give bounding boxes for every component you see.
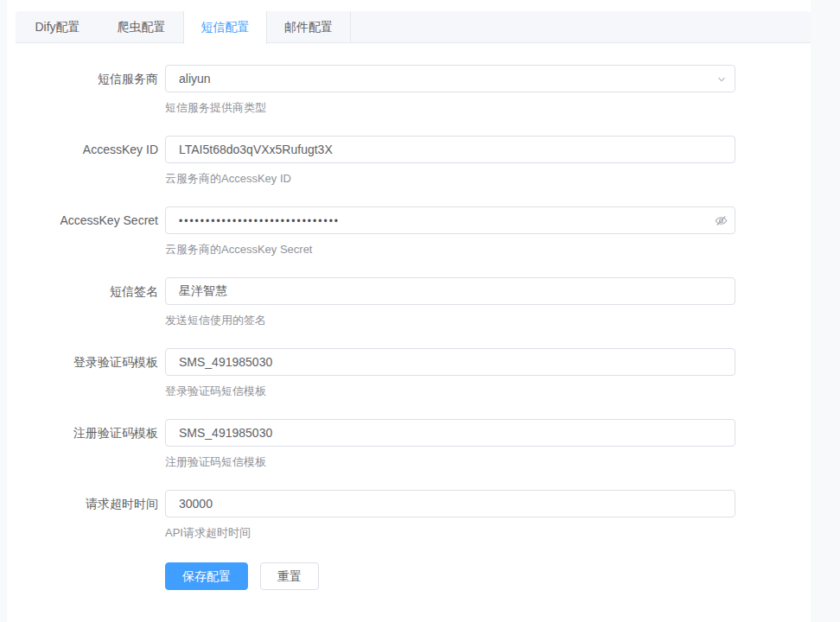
chevron-down-icon[interactable] (715, 73, 728, 86)
eye-off-icon[interactable] (715, 214, 728, 227)
sms-provider-field: 短信服务提供商类型 (165, 65, 735, 116)
sms-signature-field: 发送短信使用的签名 (165, 277, 735, 328)
login-code-template-field: 登录验证码短信模板 (165, 348, 735, 399)
tab-sms-config[interactable]: 短信配置 (183, 11, 267, 44)
form-item-register-code-template: 注册验证码模板 注册验证码短信模板 (7, 419, 811, 470)
form-item-sms-signature: 短信签名 发送短信使用的签名 (7, 277, 811, 328)
settings-panel: Dify配置 爬虫配置 短信配置 邮件配置 短信服务商 短信服务提供商类型 Ac… (7, 0, 811, 622)
reset-button[interactable]: 重置 (260, 562, 319, 590)
tab-mail-config[interactable]: 邮件配置 (267, 11, 351, 42)
accesskey-id-label: AccessKey ID (7, 136, 165, 187)
accesskey-secret-label: AccessKey Secret (7, 206, 165, 257)
request-timeout-hint: API请求超时时间 (165, 525, 735, 541)
accesskey-secret-field: 云服务商的AccessKey Secret (165, 206, 735, 257)
accesskey-id-field: 云服务商的AccessKey ID (165, 136, 735, 187)
sms-provider-hint: 短信服务提供商类型 (165, 100, 735, 116)
tab-crawler-config[interactable]: 爬虫配置 (99, 11, 183, 42)
accesskey-id-hint: 云服务商的AccessKey ID (165, 171, 735, 187)
form-item-sms-provider: 短信服务商 短信服务提供商类型 (7, 65, 811, 116)
form-item-login-code-template: 登录验证码模板 登录验证码短信模板 (7, 348, 811, 399)
accesskey-secret-hint: 云服务商的AccessKey Secret (165, 242, 735, 257)
sms-signature-input[interactable] (165, 277, 735, 305)
sms-signature-label: 短信签名 (7, 277, 165, 328)
register-code-template-label: 注册验证码模板 (7, 419, 165, 470)
accesskey-secret-input[interactable] (165, 206, 735, 234)
tab-dify-config[interactable]: Dify配置 (16, 11, 99, 42)
login-code-template-hint: 登录验证码短信模板 (165, 384, 735, 399)
login-code-template-input[interactable] (165, 348, 735, 376)
sms-config-form: 短信服务商 短信服务提供商类型 AccessKey ID 云服务商的Access… (7, 43, 811, 590)
request-timeout-field: API请求超时时间 (165, 490, 735, 541)
form-item-accesskey-id: AccessKey ID 云服务商的AccessKey ID (7, 136, 811, 187)
tabs-header: Dify配置 爬虫配置 短信配置 邮件配置 (7, 0, 811, 43)
register-code-template-field: 注册验证码短信模板 (165, 419, 735, 470)
accesskey-id-input[interactable] (165, 136, 735, 163)
save-config-button[interactable]: 保存配置 (165, 562, 248, 590)
request-timeout-label: 请求超时时间 (7, 490, 165, 541)
register-code-template-hint: 注册验证码短信模板 (165, 454, 735, 470)
form-actions: 保存配置 重置 (165, 561, 811, 590)
sms-provider-select[interactable] (165, 65, 735, 92)
login-code-template-label: 登录验证码模板 (7, 348, 165, 399)
request-timeout-input[interactable] (165, 490, 735, 517)
sms-provider-label: 短信服务商 (7, 65, 165, 116)
sms-signature-hint: 发送短信使用的签名 (165, 313, 735, 328)
form-item-request-timeout: 请求超时时间 API请求超时时间 (7, 490, 811, 541)
tabs-nav: Dify配置 爬虫配置 短信配置 邮件配置 (16, 11, 811, 43)
register-code-template-input[interactable] (165, 419, 735, 447)
form-item-accesskey-secret: AccessKey Secret 云服务商的AccessKey Secret (7, 206, 811, 257)
